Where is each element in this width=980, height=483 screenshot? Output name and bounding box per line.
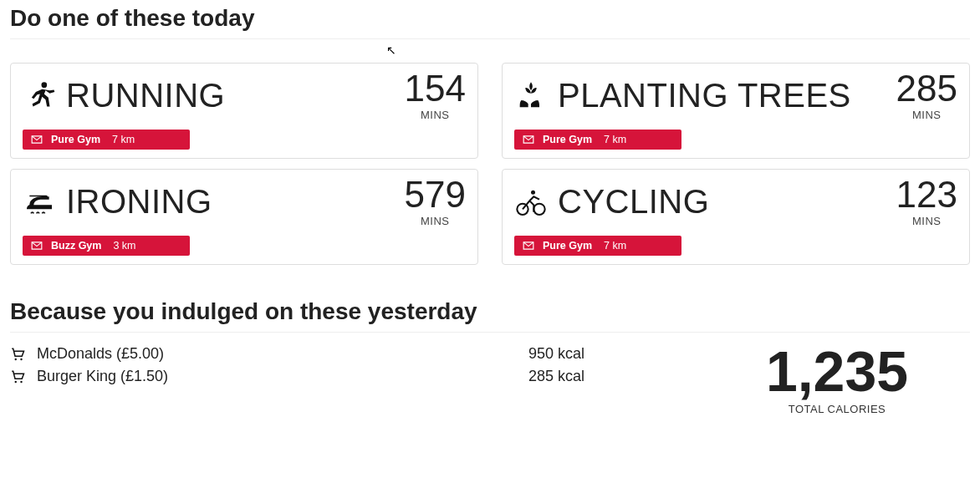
svg-point-7 xyxy=(20,380,22,382)
gym-name: Buzz Gym xyxy=(51,240,101,252)
divider xyxy=(10,38,970,39)
cart-icon xyxy=(10,347,25,362)
cursor-pointer-icon: ↖ xyxy=(386,43,396,57)
total-calories-label: TOTAL CALORIES xyxy=(704,403,970,415)
activity-mins-label: MINS xyxy=(896,109,957,121)
activity-mins-label: MINS xyxy=(405,109,466,121)
activity-mins-value: 123 xyxy=(896,176,957,213)
mail-icon xyxy=(31,240,43,252)
gym-name: Pure Gym xyxy=(543,134,592,145)
gym-distance: 7 km xyxy=(112,134,135,145)
total-calories-value: 1,235 xyxy=(704,343,970,399)
section-title-yesterday: Because you indulged on these yesterday xyxy=(10,298,970,325)
activity-mins-value: 579 xyxy=(405,176,466,213)
running-icon xyxy=(23,79,56,113)
gym-distance: 7 km xyxy=(604,134,626,145)
activity-mins-label: MINS xyxy=(896,215,957,227)
svg-point-5 xyxy=(20,358,22,359)
cart-icon xyxy=(10,369,25,384)
food-name: McDonalds (£5.00) xyxy=(37,345,164,363)
activity-mins-label: MINS xyxy=(405,215,466,227)
cycling-icon xyxy=(514,186,548,219)
gym-badge[interactable]: Pure Gym 7 km xyxy=(514,130,681,150)
divider xyxy=(10,332,970,333)
ironing-icon xyxy=(23,186,56,219)
svg-point-4 xyxy=(15,358,17,359)
svg-point-6 xyxy=(15,380,17,382)
activity-name: PLANTING TREES xyxy=(558,77,851,114)
activity-name: CYCLING xyxy=(558,183,709,221)
activity-card-planting[interactable]: PLANTING TREES 285 MINS Pure Gym 7 km xyxy=(502,63,970,159)
gym-badge[interactable]: Pure Gym 7 km xyxy=(514,236,681,256)
activity-card-cycling[interactable]: CYCLING 123 MINS Pure Gym 7 km xyxy=(502,169,970,265)
mail-icon xyxy=(523,240,534,252)
gym-badge[interactable]: Buzz Gym 3 km xyxy=(23,236,190,256)
gym-name: Pure Gym xyxy=(51,134,100,145)
gym-name: Pure Gym xyxy=(543,240,592,252)
food-list: McDonalds (£5.00) Burger King (£1.50) xyxy=(10,343,528,388)
activity-name: IRONING xyxy=(66,183,212,221)
svg-point-0 xyxy=(42,82,48,88)
section-title-today: Do one of these today xyxy=(10,5,970,32)
activity-cards: RUNNING 154 MINS Pure Gym 7 km PLANTING … xyxy=(10,63,970,265)
food-kcal: 950 kcal xyxy=(528,343,704,365)
food-name: Burger King (£1.50) xyxy=(37,368,168,385)
mail-icon xyxy=(31,134,43,145)
activity-card-running[interactable]: RUNNING 154 MINS Pure Gym 7 km xyxy=(10,63,478,159)
food-kcal: 285 kcal xyxy=(528,365,704,388)
activity-mins-value: 154 xyxy=(405,70,466,107)
total-calories-block: 1,235 TOTAL CALORIES xyxy=(704,343,970,415)
svg-point-2 xyxy=(533,203,544,214)
gym-distance: 3 km xyxy=(113,240,135,252)
activity-card-ironing[interactable]: IRONING 579 MINS Buzz Gym 3 km xyxy=(10,169,478,265)
gym-badge[interactable]: Pure Gym 7 km xyxy=(23,130,190,150)
activity-mins-value: 285 xyxy=(896,70,957,107)
food-row: McDonalds (£5.00) xyxy=(10,343,528,365)
svg-point-3 xyxy=(531,190,535,194)
kcal-list: 950 kcal 285 kcal xyxy=(528,343,704,388)
planting-icon xyxy=(514,79,548,113)
gym-distance: 7 km xyxy=(604,240,626,252)
food-row: Burger King (£1.50) xyxy=(10,365,528,388)
activity-name: RUNNING xyxy=(66,77,225,114)
mail-icon xyxy=(523,134,534,145)
